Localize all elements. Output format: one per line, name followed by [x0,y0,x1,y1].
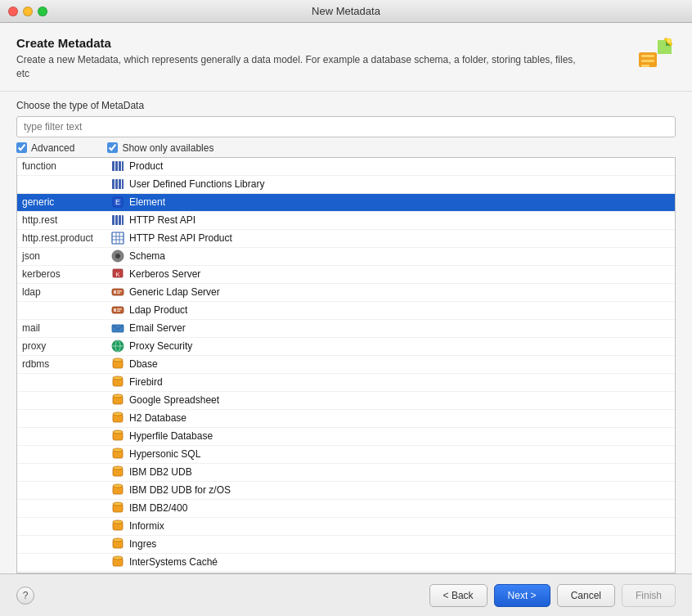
item-icon [110,375,125,389]
svg-rect-32 [114,290,116,294]
body-area: Choose the type of MetaData Advanced Sho… [0,92,692,573]
tree-row[interactable]: IBM DB2 UDB for z/OS [17,482,675,500]
filter-input[interactable] [16,116,676,137]
tree-row[interactable]: H2 Database [17,410,675,428]
tree-row[interactable]: http.rest.productHTTP Rest API Product [17,230,675,248]
item-label: Hypersonic SQL [129,448,672,460]
tree-row[interactable]: InterSystems Caché [17,554,675,572]
item-label: Element [129,196,672,208]
svg-point-50 [113,412,123,416]
item-label: Generic Ldap Server [129,286,672,298]
item-icon [110,231,125,245]
svg-rect-21 [122,215,124,225]
item-label: HTTP Rest API [129,214,672,226]
tree-row[interactable]: Google Spreadsheet [17,392,675,410]
svg-point-54 [113,448,123,452]
svg-point-7 [667,38,672,43]
item-label: InterSystems Caché [129,556,672,568]
svg-rect-12 [112,179,115,189]
window-title: New Metadata [312,5,380,17]
item-icon [110,357,125,371]
svg-point-56 [113,466,123,470]
tree-row[interactable]: functionProduct [17,158,675,176]
advanced-checkbox[interactable] [16,142,27,153]
advanced-checkbox-label[interactable]: Advanced [16,142,74,154]
svg-point-66 [113,556,123,560]
item-icon [110,483,125,497]
category-label: ldap [20,286,110,298]
header: Create Metadata Create a new Metadata, w… [0,23,692,92]
category-label: json [20,250,110,262]
svg-rect-10 [119,161,121,171]
item-icon [110,249,125,263]
tree-row[interactable]: kerberosKKerberos Server [17,266,675,284]
show-only-availables-checkbox-label[interactable]: Show only availables [107,142,213,154]
maximize-button[interactable] [38,7,47,16]
svg-rect-34 [117,293,120,295]
item-icon [110,393,125,407]
svg-rect-8 [112,161,115,171]
category-label: http.rest.product [20,232,110,244]
tree-row[interactable]: Ingres [17,536,675,554]
checkbox-bar: Advanced Show only availables [16,142,676,154]
svg-text:E: E [115,198,120,206]
svg-point-46 [113,376,123,380]
tree-row[interactable]: ldapGeneric Ldap Server [17,284,675,302]
back-button[interactable]: < Back [429,584,488,607]
cancel-button[interactable]: Cancel [557,584,615,607]
svg-rect-20 [119,215,121,225]
tree-container[interactable]: functionProductUser Defined Functions Li… [16,157,676,573]
item-label: Ingres [129,538,672,550]
item-label: Email Server [129,322,672,334]
close-button[interactable] [8,7,18,16]
svg-point-62 [113,520,123,524]
svg-rect-22 [112,232,124,244]
tree-row[interactable]: IBM DB2 UDB [17,464,675,482]
tree-row[interactable]: Informix [17,518,675,536]
category-label: mail [20,322,110,334]
show-only-availables-checkbox[interactable] [107,142,118,153]
tree-row[interactable]: Firebird [17,374,675,392]
tree-row[interactable]: jsonSchema [17,248,675,266]
tree-row[interactable]: Ldap Product [17,302,675,320]
item-icon [110,339,125,353]
advanced-label: Advanced [31,142,74,154]
tree-row[interactable]: mailEmail Server [17,320,675,338]
item-label: IBM DB2 UDB for z/OS [129,484,672,496]
tree-row[interactable]: http.restHTTP Rest API [17,212,675,230]
svg-rect-13 [115,179,118,189]
tree-row[interactable]: Hyperfile Database [17,428,675,446]
window-controls[interactable] [8,7,47,16]
tree-row[interactable]: User Defined Functions Library [17,176,675,194]
next-button[interactable]: Next > [494,584,550,607]
item-label: Firebird [129,376,672,388]
minimize-button[interactable] [23,7,33,16]
category-label: kerberos [20,268,110,280]
tree-row[interactable]: rdbmsDbase [17,356,675,374]
header-description: Create a new Metadata, which represents … [16,53,589,81]
svg-rect-11 [122,161,124,171]
footer: ? < Back Next > Cancel Finish [0,573,692,616]
tree-row[interactable]: proxyProxy Security [17,338,675,356]
item-label: IBM DB2 UDB [129,466,672,478]
item-label: Ldap Product [129,304,672,316]
tree-row[interactable]: Hypersonic SQL [17,446,675,464]
tree-row[interactable]: IBM DB2/400 [17,500,675,518]
svg-rect-38 [117,311,120,312]
svg-text:K: K [115,271,120,278]
svg-rect-19 [115,215,118,225]
svg-point-60 [113,502,123,506]
svg-rect-33 [117,290,122,292]
help-button[interactable]: ? [16,587,34,605]
item-icon [110,285,125,299]
svg-point-52 [113,430,123,434]
item-icon [110,429,125,443]
item-icon [110,537,125,551]
footer-right: < Back Next > Cancel Finish [429,584,676,607]
title-bar: New Metadata [0,0,692,23]
finish-button[interactable]: Finish [622,584,676,607]
svg-rect-15 [122,179,124,189]
category-label: generic [20,196,110,208]
item-label: Dbase [129,358,672,370]
tree-row[interactable]: genericEElement [17,194,675,212]
